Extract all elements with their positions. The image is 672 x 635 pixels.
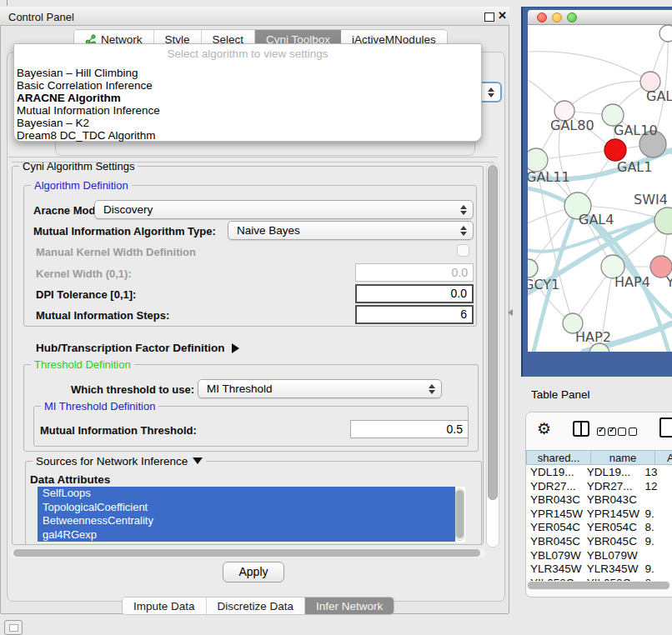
apply-button[interactable]: Apply [223,562,284,582]
zoom-traffic-light-icon[interactable] [567,12,577,22]
expanded-arrow-icon [193,458,203,464]
group-title: Algorithm Definition [31,179,132,192]
table-row[interactable]: YBR045CYBR045C9. [526,535,672,549]
dpi-tolerance-label: DPI Tolerance [0,1]: [36,288,136,301]
node-label: GAL11 [528,169,570,185]
table-row[interactable]: YDR27...YDR27...12 [526,480,672,494]
mi-threshold-field[interactable]: 0.5 [350,420,469,438]
screen: Control Panel ✕ Network Style Select Cyn… [0,0,672,635]
node[interactable] [659,25,672,42]
combo-arrows-icon [488,88,494,98]
sources-toggle[interactable]: Sources for Network Inference [33,455,206,468]
attribute-list-scroll-thumb[interactable] [456,490,464,538]
which-threshold-combobox[interactable]: MI Threshold [198,379,442,398]
columns-icon[interactable] [573,421,589,437]
algo-option-selected[interactable]: ARACNE Algorithm [17,92,475,104]
attribute-item-selected[interactable]: gal4RGexp [38,528,455,542]
select-all-columns-icon[interactable] [597,424,619,439]
node-table[interactable]: YDL19...YDL19...13 YDR27...YDR27...12 YB… [526,466,672,581]
combo-arrows-icon [429,384,435,394]
close-icon[interactable]: ✕ [498,9,507,22]
manual-kernel-checkbox[interactable] [457,244,469,257]
attribute-item-selected[interactable]: BetweennessCentrality [38,514,455,528]
node-gal11[interactable] [528,148,548,172]
table-row[interactable]: YPR145WYPR145W9. [526,508,672,522]
network-canvas[interactable]: GAL GAL80 GAL10 GAL1 GAL11 SWI4 GAL4 GCY… [528,25,672,352]
node-gal1-red[interactable] [604,139,626,161]
tab-impute-data[interactable]: Impute Data [123,598,207,614]
table-row[interactable]: YER054CYER054C8. [526,521,672,535]
column-header-partial[interactable]: A [654,450,672,465]
window-edge-tick [7,0,8,6]
tab-discretize-data[interactable]: Discretize Data [207,598,306,614]
table-row[interactable]: YBR043CYBR043C [526,493,672,508]
combo-arrows-icon [460,226,467,236]
dropdown-placeholder: Select algorithm to view settings [14,48,481,60]
table-row[interactable]: YLR345WYLR345W9. [526,562,672,577]
algo-option[interactable]: Bayesian – Hill Climbing [17,67,475,79]
aracne-mode-combobox[interactable]: Discovery [94,200,474,219]
hub-definition-toggle[interactable]: Hub/Transcription Factor Definition [36,342,239,354]
node-label: GAL10 [614,122,658,138]
tab-infer-network[interactable]: Infer Network [305,598,394,614]
mi-type-label: Mutual Information Algorithm Type: [33,225,216,238]
panel-title: Control Panel [8,11,74,23]
node-label: Y [665,274,672,290]
document-icon[interactable] [659,418,672,438]
kernel-width-field[interactable]: 0.0 [355,263,474,282]
algo-option[interactable]: Basic Correlation Inference [17,79,475,92]
manual-kernel-label: Manual Kernel Width Definition [36,246,196,258]
node-label: HAP2 [575,329,611,345]
table-horizontal-scroll-thumb[interactable] [528,582,669,589]
table-panel-title: Table Panel [531,388,590,401]
node-label: GCY1 [528,277,559,292]
column-header-shared[interactable]: shared... [526,450,591,465]
hub-definition-label: Hub/Transcription Factor Definition [36,342,225,354]
node-label: GAL80 [550,118,594,133]
algo-option[interactable]: Dream8 DC_TDC Algorithm [17,129,475,142]
algo-option[interactable]: Mutual Information Inference [17,104,475,117]
node-label: GAL1 [617,159,652,175]
group-title: Threshold Definition [31,358,134,371]
minimize-traffic-light-icon[interactable] [552,12,562,22]
node-gcy1[interactable] [528,259,538,278]
network-graph: GAL GAL80 GAL10 GAL1 GAL11 SWI4 GAL4 GCY… [528,25,672,352]
mi-threshold-label: Mutual Information Threshold: [40,424,197,437]
node-label: GAL4 [579,212,614,228]
kernel-width-label: Kernel Width (0,1): [36,268,132,280]
mi-type-value: Naive Bayes [237,224,300,237]
dpi-tolerance-field[interactable]: 0.0 [355,284,474,303]
dock-panel-button[interactable] [4,620,23,635]
aracne-mode-value: Discovery [103,203,153,216]
column-header-name[interactable]: name [590,450,655,465]
table-row[interactable]: YBL079WYBL079W [526,549,672,563]
attribute-item-selected[interactable]: SelfLoops [38,487,455,501]
float-window-icon[interactable] [484,12,494,22]
node-label: GAL [646,88,672,104]
mi-steps-label: Mutual Information Steps: [36,309,169,322]
node-swi4[interactable] [654,208,672,234]
sources-title: Sources for Network Inference [36,455,188,468]
table-row[interactable]: YDL19...YDL19...13 [526,466,672,480]
mi-steps-field[interactable]: 6 [355,305,474,324]
data-attributes-list[interactable]: SelfLoops TopologicalCoefficient Between… [38,487,465,542]
network-window-titlebar[interactable] [528,10,672,25]
close-traffic-light-icon[interactable] [537,12,547,22]
bottom-tabs: Impute Data Discretize Data Infer Networ… [122,597,394,615]
mi-type-combobox[interactable]: Naive Bayes [228,221,474,240]
settings-horizontal-scroll-thumb[interactable] [13,549,480,557]
node-label: HAP4 [614,274,650,290]
gear-icon[interactable]: ⚙ [537,419,551,438]
algo-option[interactable]: Bayesian – K2 [17,117,475,129]
deselect-all-columns-icon[interactable] [618,424,639,439]
control-panel-titlebar [0,7,509,26]
group-divider [8,157,498,158]
group-divider [12,162,494,162]
which-threshold-label: Which threshold to use: [71,383,194,396]
data-attributes-label: Data Attributes [30,473,110,486]
combo-arrows-icon [460,205,467,215]
settings-vertical-scroll-thumb[interactable] [488,165,498,500]
pane-splitter-handle[interactable] [508,309,513,316]
attribute-item-selected[interactable]: TopologicalCoefficient [38,501,455,515]
group-title: MI Threshold Definition [41,400,158,412]
